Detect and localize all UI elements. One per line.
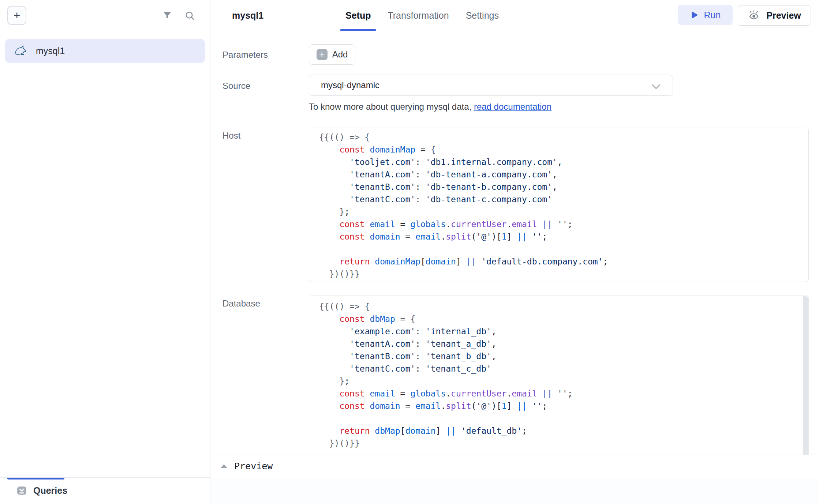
preview-panel-label: Preview	[234, 461, 273, 471]
bottom-strip	[211, 478, 819, 504]
database-label: Database	[222, 296, 309, 456]
query-list-toolbar-icons	[161, 10, 196, 22]
read-documentation-link[interactable]: read documentation	[474, 102, 551, 112]
active-panel-indicator	[7, 478, 64, 479]
sidebar-footer: Queries	[0, 477, 210, 504]
query-list-toolbar: +	[0, 0, 210, 31]
query-list: mysql1	[0, 31, 210, 71]
plus-icon: +	[14, 10, 20, 21]
host-row: Host {{(() => { const domainMap = { 'too…	[222, 128, 809, 282]
host-code-editor[interactable]: {{(() => { const domainMap = { 'tooljet.…	[309, 128, 809, 282]
source-row: Source mysql-dynamic To know more about …	[222, 75, 809, 112]
database-row: Database {{(() => { const dbMap = { 'exa…	[222, 296, 809, 456]
preview-button-label: Preview	[766, 10, 801, 21]
source-select-value: mysql-dynamic	[321, 80, 379, 90]
run-button[interactable]: Run	[678, 5, 733, 25]
query-title: mysql1	[232, 10, 264, 21]
collapse-up-icon	[221, 464, 227, 468]
editor-tabs: Setup Transformation Settings	[345, 0, 499, 31]
eye-icon	[748, 10, 760, 21]
preview-panel-toggle[interactable]: Preview	[211, 455, 819, 477]
query-item-label: mysql1	[36, 46, 65, 56]
add-parameter-label: Add	[332, 49, 348, 60]
preview-button[interactable]: Preview	[738, 5, 811, 26]
source-help-text: To know more about querying mysql data, …	[309, 102, 809, 112]
filter-icon[interactable]	[161, 10, 173, 22]
chevron-down-icon	[651, 82, 661, 92]
queries-label: Queries	[33, 485, 67, 496]
header-actions: Run Preview	[678, 5, 811, 26]
source-select[interactable]: mysql-dynamic	[309, 75, 673, 96]
tab-settings[interactable]: Settings	[466, 0, 499, 31]
mysql-dolphin-icon	[14, 45, 28, 57]
query-editor-panel: mysql1 Setup Transformation Settings Run	[211, 0, 819, 504]
plus-square-icon: +	[317, 49, 328, 60]
queries-panel-toggle[interactable]: Queries	[0, 478, 210, 496]
query-editor-header: mysql1 Setup Transformation Settings Run	[211, 0, 819, 31]
run-label: Run	[704, 10, 721, 20]
play-icon	[690, 11, 699, 19]
tab-transformation[interactable]: Transformation	[388, 0, 449, 31]
parameters-label: Parameters	[222, 44, 309, 65]
tab-setup[interactable]: Setup	[345, 0, 371, 31]
search-icon[interactable]	[184, 10, 196, 22]
add-parameter-button[interactable]: + Add	[309, 44, 355, 65]
bottom-panel-icon	[16, 485, 27, 496]
source-label: Source	[222, 75, 309, 112]
app-root: +	[0, 0, 819, 504]
editor-scrollbar[interactable]	[803, 296, 808, 456]
query-list-sidebar: +	[0, 0, 210, 504]
parameters-row: Parameters + Add	[222, 44, 809, 65]
host-label: Host	[222, 128, 309, 282]
query-setup-form: Parameters + Add Source mysql-dynamic	[211, 44, 819, 456]
add-query-button[interactable]: +	[7, 6, 26, 25]
database-code-editor[interactable]: {{(() => { const dbMap = { 'example.com'…	[309, 296, 809, 456]
query-list-item-mysql1[interactable]: mysql1	[5, 39, 205, 63]
